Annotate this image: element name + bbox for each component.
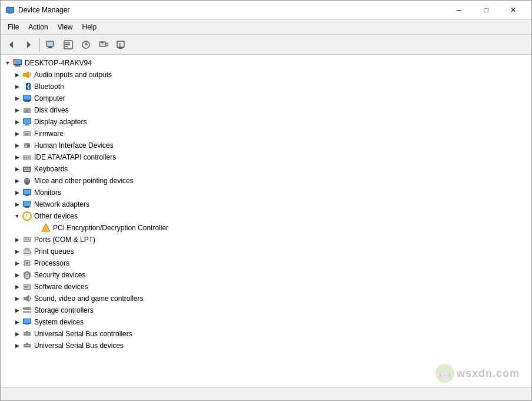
svg-rect-11: [47, 42, 53, 46]
svg-rect-25: [119, 44, 121, 47]
svg-rect-95: [24, 253, 30, 253]
label-pci: PCI Encryption/Decryption Controller: [53, 224, 168, 232]
tree-item-display[interactable]: ▶Display adapters: [1, 116, 531, 128]
expand-icon-pci: [31, 223, 41, 233]
label-system: System devices: [34, 318, 84, 326]
svg-point-74: [26, 179, 28, 180]
root-expand-icon: ▼: [3, 58, 12, 68]
expand-icon-print: ▶: [12, 247, 22, 256]
tree-item-ports[interactable]: ▶Ports (COM & LPT): [1, 234, 531, 246]
svg-rect-5: [7, 6, 9, 8]
tree-item-monitors[interactable]: ▶Monitors: [1, 187, 531, 198]
svg-rect-94: [25, 248, 29, 250]
expand-icon-other: ▼: [12, 211, 22, 221]
tree-item-ide[interactable]: ▶IDE ATA/ATAPI controllers: [1, 151, 531, 163]
tree-item-other[interactable]: ▼!Other devices: [1, 210, 531, 222]
icon-ports: [22, 235, 32, 244]
tree-item-audio[interactable]: ▶Audio inputs and outputs: [1, 69, 531, 81]
tree-item-processors[interactable]: ▶Processors: [1, 257, 531, 269]
tree-item-system[interactable]: ▶System devices: [1, 316, 531, 328]
tree-item-keyboards[interactable]: ▶Keyboards: [1, 163, 531, 175]
svg-rect-83: [30, 204, 31, 207]
svg-point-114: [29, 308, 30, 309]
label-ide: IDE ATA/ATAPI controllers: [34, 153, 116, 161]
back-button[interactable]: [3, 37, 19, 53]
svg-rect-10: [47, 48, 53, 48]
tree-item-pci[interactable]: !PCI Encryption/Decryption Controller: [1, 222, 531, 234]
tree-item-sound[interactable]: ▶Sound, video and game controllers: [1, 293, 531, 304]
tree-item-security[interactable]: ▶Security devices: [1, 269, 531, 281]
expand-icon-ide: ▶: [12, 153, 22, 162]
tree-item-network[interactable]: ▶Network adapters: [1, 198, 531, 210]
device-info-button[interactable]: [113, 37, 129, 53]
tree-item-disk[interactable]: ▶Disk drives: [1, 104, 531, 116]
tree-content[interactable]: ▼ ⚙ DESKTOP-4RAKV94 ▶Audio inputs and ou…: [1, 55, 531, 387]
scan-button[interactable]: [95, 37, 112, 53]
expand-icon-hid: ▶: [12, 141, 22, 150]
menu-file[interactable]: File: [3, 21, 24, 34]
svg-rect-66: [24, 168, 25, 169]
tree-item-computer[interactable]: ▶Computer: [1, 92, 531, 104]
tree-item-hid[interactable]: ▶Human Interface Devices: [1, 140, 531, 151]
maximize-button[interactable]: □: [473, 1, 500, 19]
expand-icon-network: ▶: [12, 200, 22, 209]
svg-point-115: [29, 311, 30, 313]
tree-item-print[interactable]: ▶Print queues: [1, 246, 531, 257]
tree-item-bluetooth[interactable]: ▶Bluetooth: [1, 81, 531, 92]
properties-button[interactable]: [60, 37, 77, 53]
expand-icon-sound: ▶: [12, 294, 22, 303]
tree-item-mice[interactable]: ▶Mice and other pointing devices: [1, 175, 531, 187]
svg-text:!: !: [25, 213, 27, 220]
label-display: Display adapters: [34, 118, 87, 126]
tree-root[interactable]: ▼ ⚙ DESKTOP-4RAKV94: [1, 57, 531, 69]
expand-icon-disk: ▶: [12, 105, 22, 115]
svg-rect-40: [24, 101, 30, 102]
label-other: Other devices: [34, 212, 78, 220]
icon-usb-ctrl: [22, 329, 32, 339]
expand-icon-processors: ▶: [12, 259, 22, 268]
icon-pci: !: [41, 223, 51, 233]
tree-item-firmware[interactable]: ▶Firmware: [1, 128, 531, 140]
svg-rect-91: [28, 239, 29, 240]
label-firmware: Firmware: [34, 130, 64, 138]
window-icon: [5, 5, 15, 15]
svg-rect-37: [24, 95, 31, 100]
label-software: Software devices: [34, 283, 88, 291]
svg-rect-62: [28, 157, 29, 158]
svg-marker-34: [25, 71, 29, 78]
tree-item-usb-dev[interactable]: ▶Universal Serial Bus devices: [1, 340, 531, 352]
svg-rect-19: [106, 43, 108, 46]
forward-button[interactable]: [21, 37, 37, 53]
svg-point-128: [28, 345, 29, 346]
svg-marker-7: [27, 41, 31, 48]
icon-ide: [22, 153, 32, 162]
svg-rect-96: [25, 254, 29, 256]
svg-rect-67: [26, 168, 27, 169]
svg-rect-70: [24, 170, 30, 171]
icon-security: [22, 270, 32, 280]
minimize-button[interactable]: ─: [445, 1, 473, 19]
tree-item-software[interactable]: ▶Software devices: [1, 281, 531, 293]
svg-rect-78: [25, 195, 29, 196]
svg-rect-57: [25, 145, 27, 146]
icon-bluetooth: [22, 82, 32, 91]
menu-help[interactable]: Help: [78, 21, 102, 34]
tree-item-usb-ctrl[interactable]: ▶Universal Serial Bus controllers: [1, 328, 531, 340]
icon-system: [22, 317, 32, 327]
svg-point-127: [26, 345, 28, 346]
svg-rect-24: [119, 43, 121, 44]
expand-icon-usb-ctrl: ▶: [12, 329, 22, 339]
label-ports: Ports (COM & LPT): [34, 236, 95, 244]
show-hidden-button[interactable]: [42, 37, 59, 53]
menu-action[interactable]: Action: [24, 21, 52, 34]
icon-audio: [22, 70, 32, 79]
expand-icon-ports: ▶: [12, 235, 22, 244]
close-button[interactable]: ✕: [500, 1, 527, 19]
update-driver-button[interactable]: [78, 37, 94, 53]
window-controls: ─ □ ✕: [445, 1, 527, 19]
expand-icon-firmware: ▶: [12, 129, 22, 138]
svg-rect-90: [25, 239, 26, 240]
svg-rect-39: [25, 101, 29, 101]
menu-view[interactable]: View: [53, 21, 78, 34]
tree-item-storage[interactable]: ▶Storage controllers: [1, 304, 531, 316]
